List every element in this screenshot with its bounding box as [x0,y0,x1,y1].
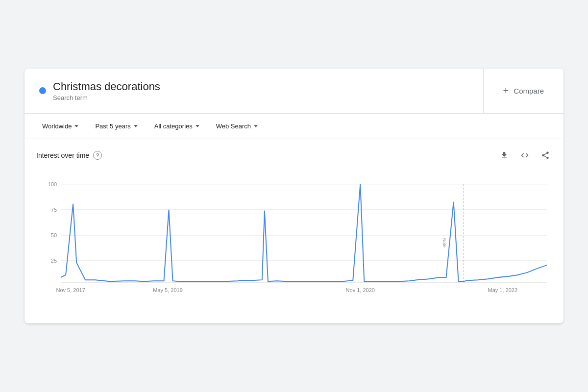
category-filter-label: All categories [154,122,193,130]
search-type-label: Web Search [216,122,251,130]
share-icon [541,151,550,160]
search-term-subtitle: Search term [53,94,160,101]
chart-actions [498,149,552,162]
chart-wrapper: 100 75 50 25 Note Nov 5, 2017 May 5, 201… [36,170,552,309]
trend-line [61,184,547,281]
search-term-block: Christmas decorations Search term [24,69,484,113]
compare-plus-icon: + [503,85,509,97]
search-term-text: Christmas decorations Search term [53,80,160,101]
y-label-25: 25 [51,258,57,264]
search-type-filter[interactable]: Web Search [210,119,264,134]
compare-block[interactable]: + Compare [484,74,564,108]
compare-label: Compare [514,87,544,95]
chart-section: Interest over time ? [24,139,564,323]
category-chevron-icon [196,125,199,127]
share-button[interactable] [539,149,552,162]
x-label-2017: Nov 5, 2017 [56,287,85,293]
location-chevron-icon [74,125,78,127]
search-term-dot [39,87,46,94]
trend-chart: 100 75 50 25 Note Nov 5, 2017 May 5, 201… [36,170,552,307]
x-label-2020: Nov 1, 2020 [346,287,375,293]
y-label-75: 75 [51,207,57,213]
chart-title: Interest over time [36,151,89,159]
help-icon[interactable]: ? [93,151,102,160]
time-filter-label: Past 5 years [95,122,130,130]
y-label-100: 100 [48,181,57,187]
search-header: Christmas decorations Search term + Comp… [24,69,564,114]
x-label-2019: May 5, 2019 [153,287,183,293]
download-icon [500,151,509,160]
search-term-title: Christmas decorations [53,80,160,93]
x-label-2022: May 1, 2022 [488,287,517,293]
time-filter[interactable]: Past 5 years [89,119,143,134]
search-type-chevron-icon [254,125,258,127]
main-container: Christmas decorations Search term + Comp… [24,69,564,323]
note-label: Note [442,238,447,247]
time-chevron-icon [134,125,138,127]
embed-icon [520,151,529,160]
chart-title-area: Interest over time ? [36,151,102,160]
download-button[interactable] [498,149,511,162]
location-filter[interactable]: Worldwide [36,119,84,134]
filters-bar: Worldwide Past 5 years All categories We… [24,114,564,139]
y-label-50: 50 [51,232,57,238]
location-filter-label: Worldwide [42,122,72,130]
category-filter[interactable]: All categories [148,119,205,134]
chart-header: Interest over time ? [36,149,552,162]
embed-button[interactable] [518,149,531,162]
